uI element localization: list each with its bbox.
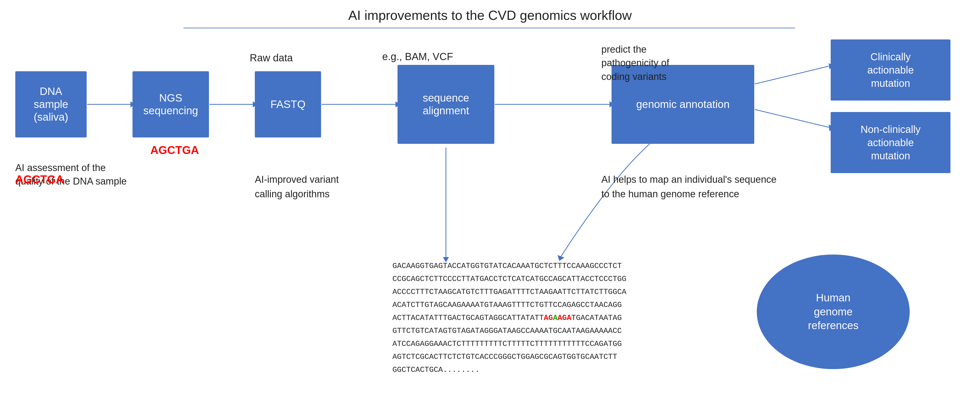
seq-line-4: ACATCTTGTAGCAAGAAAATGTAAAGTTTTCTGTTCCAGA… <box>392 298 626 312</box>
svg-line-9 <box>755 66 829 84</box>
fastq-label: FASTQ <box>270 98 305 111</box>
sequence-alignment-label: sequence alignment <box>423 92 469 117</box>
seq-line-6: GTTCTGTCATAGTGTAGATAGGGATAAGCCAAAATGCAAT… <box>392 325 626 338</box>
non-clinically-actionable-label: Non-clinically actionable mutation <box>861 123 921 162</box>
page-title: AI improvements to the CVD genomics work… <box>348 8 632 23</box>
ai-map-sequence-label: AI helps to map an individual's sequence… <box>601 158 776 201</box>
genomic-annotation-label: genomic annotation <box>636 98 730 111</box>
agctga-top: AGCTGA <box>150 144 199 157</box>
seq-line-3: ACCCCTTTCTAAGCATGTCTTTGAGATTTTCTAAGAATTC… <box>392 285 626 298</box>
clinically-actionable-label: Clinically actionable mutation <box>867 50 914 90</box>
seq-line-1: GACAAGGTGAGTACCATGGTGTATCACAAATGCTCTTTCC… <box>392 260 626 273</box>
seq-line-7: ATCCAGAGGAAACTCTTTTTTTTTCTTTTTCTTTTTTTTT… <box>392 338 626 350</box>
dna-sample-label: DNA sample (saliva) <box>33 85 68 124</box>
ngs-sequencing-box: NGS sequencing <box>132 71 209 138</box>
human-genome-ellipse: Human genome references <box>757 255 910 369</box>
raw-data-label: Raw data <box>250 52 293 63</box>
ngs-sequencing-label: NGS sequencing <box>143 92 198 117</box>
fastq-box: FASTQ <box>255 71 321 138</box>
seq-line-9: GGCTCACTGCA........ <box>392 363 626 376</box>
dna-sample-box: DNA sample (saliva) <box>15 71 87 138</box>
svg-line-11 <box>755 109 829 127</box>
seq-line-5: ACTTACATATTTGACTGCAGTAGGCATTATATTAGAAGAT… <box>392 312 626 325</box>
clinically-actionable-box: Clinically actionable mutation <box>831 40 950 100</box>
ai-variant-calling-label: AI-improved variant calling algorithms <box>255 158 339 201</box>
non-clinically-actionable-box: Non-clinically actionable mutation <box>831 112 950 173</box>
eg-bam-vcf-label: e.g., BAM, VCF <box>382 51 453 62</box>
seq-line-8: AGTCTCGCACTTCTCTGTCACCCGGGCTGGAGCGCAGTGG… <box>392 350 626 363</box>
sequence-block: GACAAGGTGAGTACCATGGTGTATCACAAATGCTCTTTCC… <box>392 260 626 376</box>
sequence-alignment-box: sequence alignment <box>398 65 494 144</box>
agctga-bottom: AGCTGA <box>15 173 64 186</box>
predict-pathogenicity-label: predict the pathogenicity of coding vari… <box>601 29 669 84</box>
human-genome-label: Human genome references <box>808 291 859 333</box>
diagram-container: AI improvements to the CVD genomics work… <box>0 0 980 406</box>
seq-line-2: CCGCAGCTCTTCCCCTTATGACCTCTCATCATGCCAGCAT… <box>392 273 626 285</box>
